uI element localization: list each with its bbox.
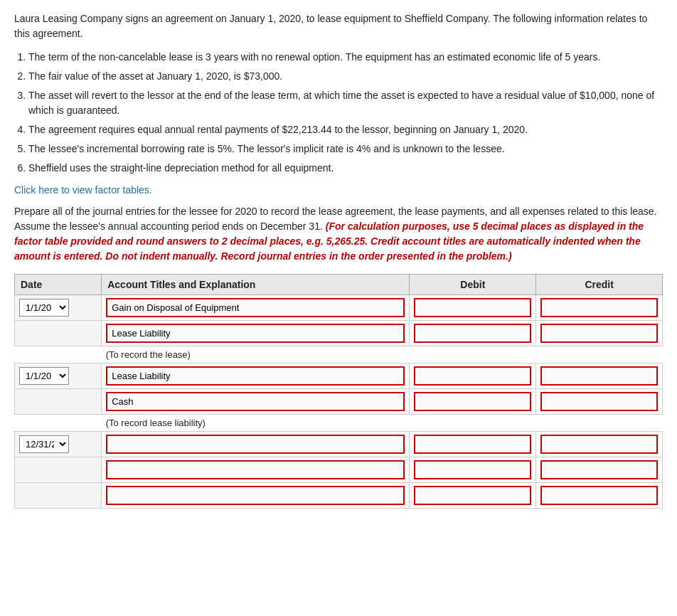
list-item: The agreement requires equal annual rent… — [28, 122, 663, 137]
debit-amount-input[interactable] — [414, 486, 531, 505]
account-title-input[interactable] — [106, 486, 405, 505]
entry-note: (To record lease liability) — [102, 415, 663, 432]
debit-amount-input[interactable] — [414, 366, 531, 386]
credit-amount-input[interactable] — [540, 486, 658, 505]
header-credit: Credit — [536, 275, 663, 295]
entry-note: (To record the lease) — [102, 346, 663, 363]
table-row — [15, 457, 663, 483]
date-select-wrap: 12/31/20 — [19, 435, 97, 453]
date-select[interactable]: 1/1/20 — [19, 367, 69, 385]
account-title-input[interactable] — [106, 366, 405, 386]
table-row — [15, 321, 663, 346]
table-row — [15, 483, 663, 509]
debit-amount-input[interactable] — [414, 392, 531, 411]
credit-amount-input[interactable] — [540, 435, 658, 454]
table-row: 1/1/20 — [15, 295, 663, 321]
date-select-wrap: 1/1/20 — [19, 367, 97, 385]
date-select[interactable]: 1/1/20 — [19, 299, 69, 317]
account-title-input[interactable] — [106, 435, 405, 454]
credit-amount-input[interactable] — [540, 460, 658, 479]
intro-paragraph: Laura Leasing Company signs an agreement… — [14, 11, 663, 41]
credit-amount-input[interactable] — [540, 392, 658, 411]
list-item: The lessee's incremental borrowing rate … — [28, 142, 663, 156]
credit-amount-input[interactable] — [540, 366, 658, 386]
credit-amount-input[interactable] — [540, 324, 658, 343]
account-title-input[interactable] — [106, 392, 405, 411]
debit-amount-input[interactable] — [414, 435, 531, 454]
date-select[interactable]: 12/31/20 — [19, 435, 69, 453]
factor-tables-link[interactable]: Click here to view factor tables. — [14, 184, 663, 196]
list-item: The asset will revert to the lessor at t… — [28, 88, 663, 118]
header-account: Account Titles and Explanation — [102, 275, 410, 295]
table-row: 1/1/20 — [15, 363, 663, 389]
account-title-input[interactable] — [106, 460, 405, 479]
journal-table: Date Account Titles and Explanation Debi… — [14, 274, 663, 509]
debit-amount-input[interactable] — [414, 324, 531, 343]
debit-amount-input[interactable] — [414, 298, 531, 317]
debit-amount-input[interactable] — [414, 460, 531, 479]
credit-amount-input[interactable] — [540, 298, 658, 317]
note-row: (To record lease liability) — [15, 415, 663, 432]
note-row: (To record the lease) — [15, 346, 663, 363]
prepare-instructions: Prepare all of the journal entries for t… — [14, 204, 663, 264]
info-list: The term of the non-cancelable lease is … — [28, 50, 663, 176]
list-item: Sheffield uses the straight-line depreci… — [28, 161, 663, 176]
list-item: The fair value of the asset at January 1… — [28, 69, 663, 84]
header-date: Date — [15, 275, 102, 295]
table-row: 12/31/20 — [15, 432, 663, 457]
date-select-wrap: 1/1/20 — [19, 299, 97, 317]
list-item: The term of the non-cancelable lease is … — [28, 50, 663, 65]
header-debit: Debit — [410, 275, 536, 295]
table-row — [15, 389, 663, 415]
account-title-input[interactable] — [106, 298, 405, 317]
account-title-input[interactable] — [106, 324, 405, 343]
